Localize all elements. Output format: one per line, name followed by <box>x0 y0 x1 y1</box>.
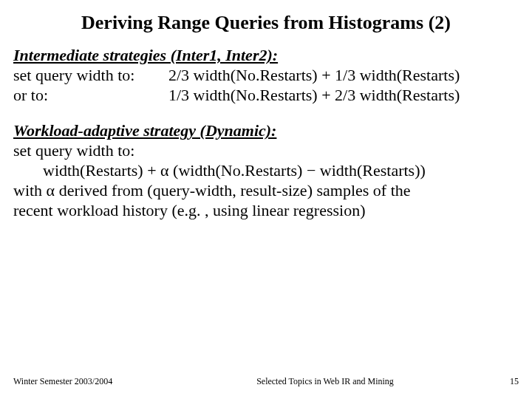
formula-value: 2/3 width(No.Restarts) + 1/3 width(Resta… <box>168 66 519 86</box>
footer-page-number: 15 <box>474 376 519 387</box>
body-line: with α derived from (query-width, result… <box>13 181 519 201</box>
body-line-indented: width(Restarts) + α (width(No.Restarts) … <box>13 161 519 181</box>
section-heading-dynamic: Workload-adaptive strategy (Dynamic): <box>13 121 519 141</box>
slide-title: Deriving Range Queries from Histograms (… <box>0 12 532 34</box>
formula-value: 1/3 width(No.Restarts) + 2/3 width(Resta… <box>168 86 519 106</box>
slide-body: Intermediate strategies (Inter1, Inter2)… <box>13 46 519 221</box>
formula-row: set query width to: 2/3 width(No.Restart… <box>13 66 519 86</box>
body-line: recent workload history (e.g. , using li… <box>13 201 519 221</box>
formula-label: or to: <box>13 86 168 106</box>
footer-center: Selected Topics in Web IR and Mining <box>176 376 474 387</box>
slide: Deriving Range Queries from Histograms (… <box>0 0 532 399</box>
slide-footer: Winter Semester 2003/2004 Selected Topic… <box>13 376 519 387</box>
body-line: set query width to: <box>13 141 519 161</box>
formula-label: set query width to: <box>13 66 168 86</box>
spacer <box>13 105 519 121</box>
section-heading-intermediate: Intermediate strategies (Inter1, Inter2)… <box>13 46 519 66</box>
footer-left: Winter Semester 2003/2004 <box>13 376 176 387</box>
formula-row: or to: 1/3 width(No.Restarts) + 2/3 widt… <box>13 86 519 106</box>
